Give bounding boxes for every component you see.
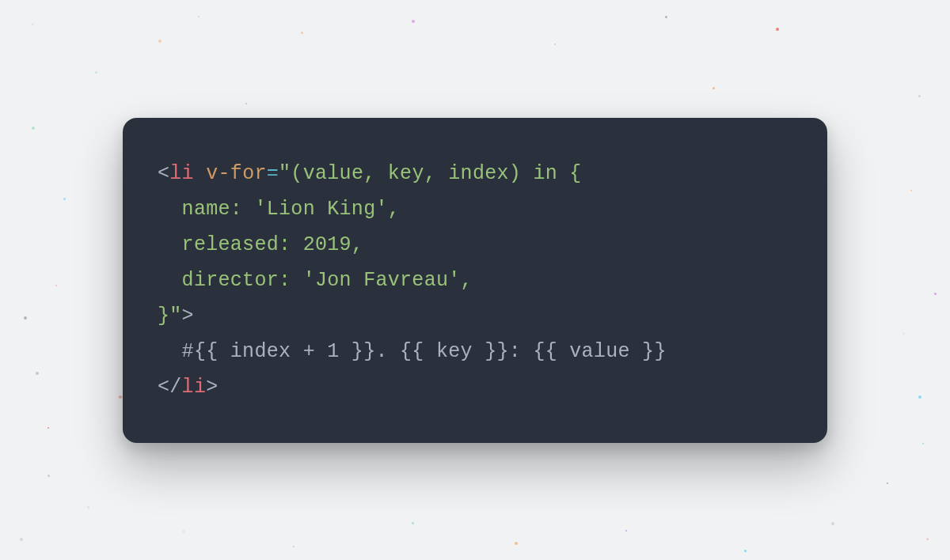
angle-bracket-open: < xyxy=(158,162,169,185)
angle-bracket-final: > xyxy=(206,376,218,399)
space xyxy=(194,162,206,185)
code-block: <li v-for="(value, key, index) in { name… xyxy=(158,156,792,405)
equals-sign: = xyxy=(267,162,279,185)
html-tag-li: li xyxy=(169,162,194,185)
attr-value-start: "(value, key, index) in { xyxy=(279,162,582,185)
object-property-name: name: 'Lion King', xyxy=(158,198,400,221)
object-property-released: released: 2019, xyxy=(158,233,363,256)
html-tag-li-close: li xyxy=(182,376,207,399)
code-snippet-card: <li v-for="(value, key, index) in { name… xyxy=(123,118,827,443)
object-property-director: director: 'Jon Favreau', xyxy=(158,269,473,292)
attr-value-end: }" xyxy=(158,305,182,327)
angle-bracket-close: > xyxy=(182,305,194,327)
vue-directive-vfor: v-for xyxy=(206,162,267,185)
template-expression: #{{ index + 1 }}. {{ key }}: {{ value }} xyxy=(158,340,667,363)
angle-bracket-close-open: </ xyxy=(158,376,182,399)
